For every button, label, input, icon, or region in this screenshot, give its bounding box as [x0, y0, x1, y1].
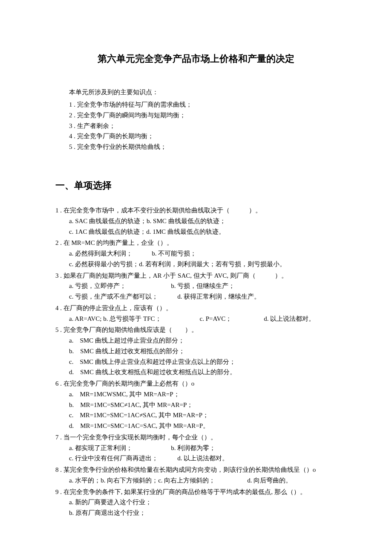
question-stem: 3 . 如果在厂商的短期均衡产量上，AR 小于 SAC, 但大于 AVC, 则厂…	[55, 270, 337, 281]
question-8: 8 . 某完全竞争行业的价格和供给量在长期内成同方向变动，则该行业的长期供给曲线…	[55, 465, 337, 486]
option-line: a. 都实现了正常利润； b. 利润都为零；	[69, 443, 337, 453]
question-options: a. 都实现了正常利润； b. 利润都为零； c. 行业中没有任何厂商再进出； …	[55, 443, 337, 464]
question-3: 3 . 如果在厂商的短期均衡产量上，AR 小于 SAC, 但大于 AVC, 则厂…	[55, 270, 337, 302]
option-line: a. 必然得到最大利润； b. 不可能亏损；	[69, 248, 337, 259]
option-line: c. MR=1MC=SMC=1AC≠SAC, 其中 MR=AR=P；	[69, 410, 337, 421]
question-4: 4 . 在厂商的停止营业点上，应该有（）。 a. AR=AVC; b. 总亏损等…	[55, 303, 337, 324]
knowledge-points-block: 本单元所涉及到的主要知识点： 1 . 完全竞争市场的特征与厂商的需求曲线； 2 …	[55, 87, 337, 152]
knowledge-item: 1 . 完全竞争市场的特征与厂商的需求曲线；	[69, 99, 337, 110]
question-7: 7 . 当一个完全竞争行业实现长期均衡时，每个企业（）。 a. 都实现了正常利润…	[55, 432, 337, 464]
question-options: a. 水平的；b. 向右下方倾斜的；c. 向右上方倾斜的； d. 向后弯曲的。	[55, 475, 337, 486]
option-line: c. SMC 曲线上停止营业点和超过停止营业点以上的部分；	[69, 357, 337, 367]
question-options: a. SAC 曲线最低点的轨迹；b. SMC 曲线最低点的轨迹； c. 1AC …	[55, 216, 337, 237]
question-options: a. 必然得到最大利润； b. 不可能亏损； c. 必然获得最小的亏损；d. 若…	[55, 248, 337, 270]
question-stem: 9 . 在完全竞争的条件下, 如果某行业的厂商的商品价格等于平均成本的最低点, …	[55, 487, 337, 497]
option-line: a. SAC 曲线最低点的轨迹；b. SMC 曲线最低点的轨迹；	[69, 216, 337, 227]
question-list: 1 . 在完全竞争市场中，成本不变行业的长期供给曲线取决于（ ）。 a. SAC…	[55, 205, 337, 518]
option-line: a. AR=AVC; b. 总亏损等于 TFC； c. P=AVC； d. 以上…	[69, 314, 337, 324]
question-stem: 7 . 当一个完全竞争行业实现长期均衡时，每个企业（）。	[55, 432, 337, 443]
question-stem: 4 . 在厂商的停止营业点上，应该有（）。	[55, 303, 337, 314]
option-line: c. 行业中没有任何厂商再进出； d. 以上说法都对。	[69, 453, 337, 464]
option-line: b. 原有厂商退出这个行业；	[69, 508, 337, 518]
option-line: b. SMC 曲线上超过收支相抵点的部分；	[69, 346, 337, 357]
knowledge-item: 2 . 完全竞争厂商的瞬间均衡与短期均衡；	[69, 110, 337, 121]
question-options: a. SMC 曲线上超过停止营业点的部分； b. SMC 曲线上超过收支相抵点的…	[55, 335, 337, 378]
question-9: 9 . 在完全竞争的条件下, 如果某行业的厂商的商品价格等于平均成本的最低点, …	[55, 487, 337, 518]
option-line: a. 亏损，立即停产； b. 亏损，但继续生产；	[69, 281, 337, 291]
option-line: c. 1AC 曲线最低点的轨迹；d. 1MC 曲线最低点的轨迹。	[69, 227, 337, 237]
section-heading-mcq: 一、单项选择	[55, 178, 337, 193]
question-stem: 1 . 在完全竞争市场中，成本不变行业的长期供给曲线取决于（ ）。	[55, 205, 337, 216]
option-line: b. MR=1MC=SMC≠1AC, 其中 MR=AR=P；	[69, 400, 337, 410]
option-line: a. 水平的；b. 向右下方倾斜的；c. 向右上方倾斜的； d. 向后弯曲的。	[69, 475, 337, 486]
option-line: a. SMC 曲线上超过停止营业点的部分；	[69, 335, 337, 346]
knowledge-item: 5 . 完全竞争行业的长期供给曲线；	[69, 142, 337, 152]
question-2: 2 . 在 MR=MC 的均衡产量上，企业（）。 a. 必然得到最大利润； b.…	[55, 238, 337, 269]
knowledge-intro: 本单元所涉及到的主要知识点：	[69, 87, 337, 98]
question-stem: 6 . 在完全竞争厂商的长期均衡产量上必然有（）o	[55, 378, 337, 389]
question-6: 6 . 在完全竞争厂商的长期均衡产量上必然有（）o a. MR=1MCWSMC,…	[55, 378, 337, 431]
option-line: c. 必然获得最小的亏损；d. 若有利润，则利润最大；若有亏损，则亏损最小。	[69, 259, 337, 270]
question-options: a. AR=AVC; b. 总亏损等于 TFC； c. P=AVC； d. 以上…	[55, 314, 337, 324]
option-line: a. 新的厂商要进入这个行业；	[69, 497, 337, 508]
question-options: a. MR=1MCWSMC, 其中 MR=AR=P； b. MR=1MC=SMC…	[55, 389, 337, 431]
knowledge-item: 3 . 生产者剩余；	[69, 121, 337, 131]
question-5: 5 . 完全竞争厂商的短期供给曲线应该是（ ）。 a. SMC 曲线上超过停止营…	[55, 325, 337, 378]
knowledge-item: 4 . 完全竞争厂商的长期均衡；	[69, 131, 337, 142]
question-options: a. 新的厂商要进入这个行业； b. 原有厂商退出这个行业；	[55, 497, 337, 518]
question-options: a. 亏损，立即停产； b. 亏损，但继续生产； c. 亏损，生产或不生产都可以…	[55, 281, 337, 302]
question-stem: 5 . 完全竞争厂商的短期供给曲线应该是（ ）。	[55, 325, 337, 335]
question-stem: 8 . 某完全竞争行业的价格和供给量在长期内成同方向变动，则该行业的长期供给曲线…	[55, 465, 337, 475]
document-page: 第六单元完全竞争产品市场上价格和产量的决定 本单元所涉及到的主要知识点： 1 .…	[0, 0, 392, 545]
option-line: d. SMC 曲线上收支相抵点和超过收支相抵点以上的部分。	[69, 367, 337, 378]
option-line: d. MR=1MC=SMC=1AC=SAC, 其中 MR=AR=P。	[69, 421, 337, 431]
question-1: 1 . 在完全竞争市场中，成本不变行业的长期供给曲线取决于（ ）。 a. SAC…	[55, 205, 337, 237]
option-line: a. MR=1MCWSMC, 其中 MR=AR=P；	[69, 389, 337, 400]
question-stem: 2 . 在 MR=MC 的均衡产量上，企业（）。	[55, 238, 337, 248]
page-title: 第六单元完全竞争产品市场上价格和产量的决定	[55, 51, 337, 67]
option-line: c. 亏损，生产或不生产都可以； d. 获得正常利润，继续生产。	[69, 291, 337, 302]
